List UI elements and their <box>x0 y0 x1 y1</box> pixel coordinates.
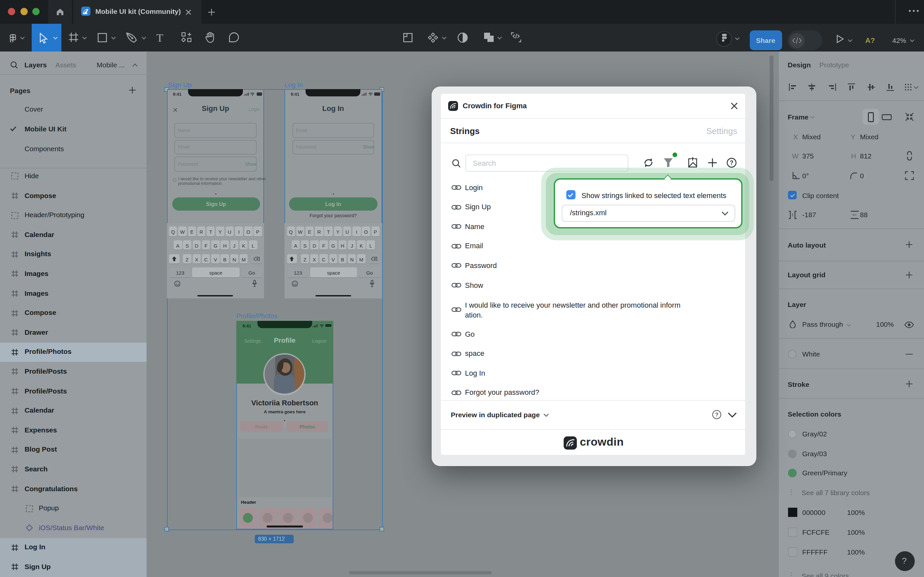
svg-text:?: ? <box>730 160 733 166</box>
svg-text:?: ? <box>715 412 718 418</box>
